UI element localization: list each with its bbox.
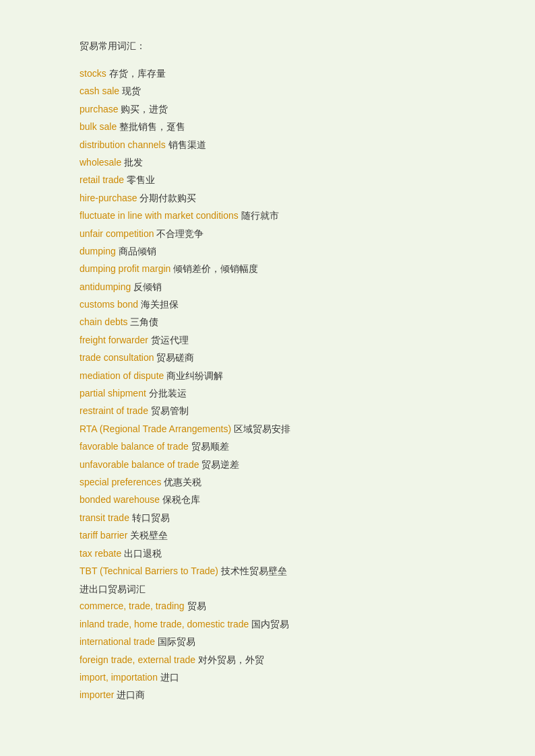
english-term: transit trade xyxy=(80,512,129,523)
english-term: mediation of dispute xyxy=(80,370,164,381)
english-term: purchase xyxy=(80,104,119,114)
chinese-translation: 关税壁垒 xyxy=(127,530,168,541)
vocab-list-2: commerce, trade, trading 贸易inland trade,… xyxy=(80,598,455,702)
list-item: transit trade 转口贸易 xyxy=(80,510,455,525)
list-item: inland trade, home trade, domestic trade… xyxy=(80,617,455,631)
chinese-translation: 销售渠道 xyxy=(166,139,206,150)
chinese-translation: 贸易管制 xyxy=(148,405,189,416)
list-item: wholesale 批发 xyxy=(80,155,455,170)
list-item: trade consultation 贸易磋商 xyxy=(80,350,455,365)
list-item: mediation of dispute 商业纠纷调解 xyxy=(80,368,455,383)
list-item: import, importation 进口 xyxy=(80,670,455,685)
chinese-translation: 贸易磋商 xyxy=(154,352,195,363)
english-term: RTA (Regional Trade Arrangements) xyxy=(80,423,231,434)
list-item: unfair competition 不合理竞争 xyxy=(80,226,455,241)
english-term: retail trade xyxy=(80,174,124,185)
chinese-translation: 分批装运 xyxy=(146,388,187,399)
list-item: antidumping 反倾销 xyxy=(80,279,455,294)
chinese-translation: 技术性贸易壁垒 xyxy=(218,565,287,576)
list-item: bonded warehouse 保税仓库 xyxy=(80,492,455,507)
list-item: tax rebate 出口退税 xyxy=(80,546,455,561)
chinese-translation: 分期付款购买 xyxy=(137,193,197,203)
list-item: favorable balance of trade 贸易顺差 xyxy=(80,439,455,454)
list-item: unfavorable balance of trade 贸易逆差 xyxy=(80,457,455,472)
list-item: dumping 商品倾销 xyxy=(80,244,455,259)
english-term: foreign trade, external trade xyxy=(80,654,195,665)
english-term: cash sale xyxy=(80,85,119,96)
list-item: tariff barrier 关税壁垒 xyxy=(80,528,455,543)
list-item: chain debts 三角债 xyxy=(80,314,455,329)
english-term: import, importation xyxy=(80,672,158,683)
chinese-translation: 进口 xyxy=(158,672,179,683)
page-container: 贸易常用词汇： stocks 存货，库存量cash sale 现货purchas… xyxy=(0,0,535,756)
chinese-translation: 保税仓库 xyxy=(160,494,200,505)
english-term: stocks xyxy=(80,68,106,79)
chinese-translation: 进口商 xyxy=(114,689,145,700)
english-term: hire-purchase xyxy=(80,193,137,203)
list-item: TBT (Technical Barriers to Trade) 技术性贸易壁… xyxy=(80,563,455,578)
list-item: international trade 国际贸易 xyxy=(80,634,455,649)
list-item: RTA (Regional Trade Arrangements) 区域贸易安排 xyxy=(80,421,455,436)
chinese-translation: 贸易 xyxy=(185,600,206,611)
list-item: fluctuate in line with market conditions… xyxy=(80,208,455,223)
chinese-translation: 不合理竞争 xyxy=(154,228,204,239)
list-item: dumping profit margin 倾销差价，倾销幅度 xyxy=(80,261,455,276)
english-term: trade consultation xyxy=(80,352,154,363)
english-term: chain debts xyxy=(80,316,128,327)
english-term: importer xyxy=(80,689,114,700)
list-item: restraint of trade 贸易管制 xyxy=(80,403,455,418)
english-term: special preferences xyxy=(80,477,161,487)
list-item: stocks 存货，库存量 xyxy=(80,66,455,81)
list-item: special preferences 优惠关税 xyxy=(80,475,455,489)
english-term: tax rebate xyxy=(80,548,121,559)
chinese-translation: 随行就市 xyxy=(239,210,279,221)
english-term: bulk sale xyxy=(80,121,117,132)
english-term: wholesale xyxy=(80,157,121,168)
english-term: international trade xyxy=(80,636,155,647)
chinese-translation: 贸易逆差 xyxy=(199,459,239,470)
list-item: partial shipment 分批装运 xyxy=(80,386,455,401)
list-item: freight forwarder 货运代理 xyxy=(80,333,455,347)
english-term: customs bond xyxy=(80,299,138,310)
chinese-translation: 出口退税 xyxy=(121,548,162,559)
english-term: unfavorable balance of trade xyxy=(80,459,199,470)
list-item: purchase 购买，进货 xyxy=(80,102,455,116)
english-term: unfair competition xyxy=(80,228,154,239)
page-title: 贸易常用词汇： xyxy=(80,40,455,53)
section-header: 进出口贸易词汇 xyxy=(80,584,455,596)
chinese-translation: 国内贸易 xyxy=(249,619,289,629)
english-term: commerce, trade, trading xyxy=(80,600,185,611)
list-item: cash sale 现货 xyxy=(80,83,455,98)
english-term: inland trade, home trade, domestic trade xyxy=(80,619,249,629)
chinese-translation: 存货，库存量 xyxy=(106,68,166,79)
chinese-translation: 对外贸易，外贸 xyxy=(195,654,264,665)
english-term: partial shipment xyxy=(80,388,146,399)
list-item: commerce, trade, trading 贸易 xyxy=(80,598,455,613)
chinese-translation: 批发 xyxy=(121,157,143,168)
english-term: distribution channels xyxy=(80,139,166,150)
chinese-translation: 海关担保 xyxy=(138,299,179,310)
chinese-translation: 零售业 xyxy=(124,174,155,185)
list-item: retail trade 零售业 xyxy=(80,172,455,187)
chinese-translation: 货运代理 xyxy=(148,335,189,345)
chinese-translation: 购买，进货 xyxy=(119,104,168,114)
english-term: dumping profit margin xyxy=(80,263,170,274)
list-item: hire-purchase 分期付款购买 xyxy=(80,191,455,205)
chinese-translation: 商品倾销 xyxy=(116,246,156,256)
chinese-translation: 现货 xyxy=(119,85,141,96)
english-term: favorable balance of trade xyxy=(80,441,189,452)
english-term: bonded warehouse xyxy=(80,494,160,505)
chinese-translation: 倾销差价，倾销幅度 xyxy=(170,263,258,274)
english-term: freight forwarder xyxy=(80,335,148,345)
chinese-translation: 贸易顺差 xyxy=(189,441,229,452)
list-item: foreign trade, external trade 对外贸易，外贸 xyxy=(80,652,455,667)
vocab-list: stocks 存货，库存量cash sale 现货purchase 购买，进货b… xyxy=(80,66,455,578)
english-term: dumping xyxy=(80,246,116,256)
chinese-translation: 优惠关税 xyxy=(161,477,201,487)
chinese-translation: 区域贸易安排 xyxy=(231,423,290,434)
english-term: TBT (Technical Barriers to Trade) xyxy=(80,565,218,576)
chinese-translation: 三角债 xyxy=(128,316,159,327)
chinese-translation: 整批销售，趸售 xyxy=(117,121,185,132)
chinese-translation: 转口贸易 xyxy=(129,512,170,523)
english-term: restraint of trade xyxy=(80,405,148,416)
